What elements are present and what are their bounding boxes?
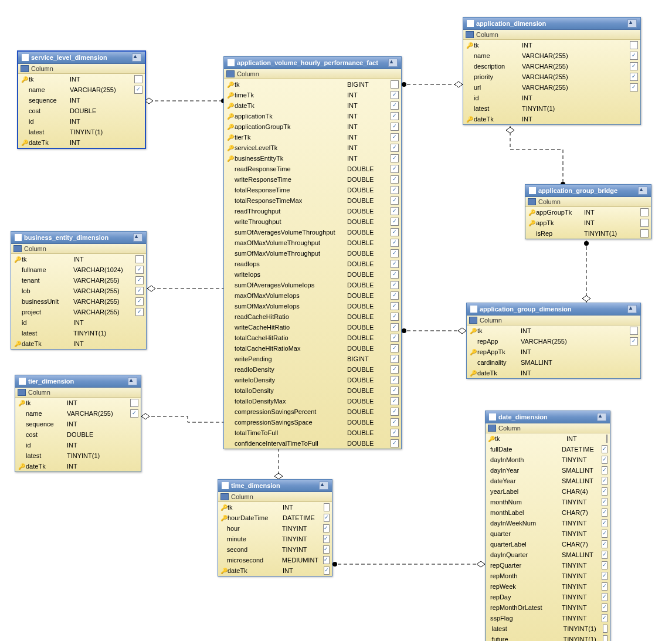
table-row[interactable]: repQuarterTINYINT✓ bbox=[486, 560, 610, 571]
checkbox[interactable]: ✓ bbox=[391, 218, 399, 226]
table-row[interactable]: 🔑dateTkINT bbox=[11, 338, 146, 349]
checkbox[interactable]: ✓ bbox=[391, 165, 399, 173]
checkbox[interactable] bbox=[134, 75, 142, 83]
checkbox[interactable]: ✓ bbox=[630, 83, 638, 91]
table-row[interactable]: compressionSavingsSpaceDOUBLE✓ bbox=[224, 417, 401, 428]
table-row[interactable]: urlVARCHAR(255)✓ bbox=[463, 82, 640, 93]
checkbox[interactable]: ✓ bbox=[134, 86, 142, 94]
table-row[interactable]: 🔑tkINT bbox=[18, 74, 145, 84]
checkbox[interactable]: ✓ bbox=[135, 308, 144, 316]
table-row[interactable]: repWeekTINYINT✓ bbox=[486, 581, 610, 592]
checkbox[interactable]: ✓ bbox=[391, 186, 399, 194]
checkbox[interactable] bbox=[603, 635, 607, 641]
checkbox[interactable]: ✓ bbox=[602, 540, 607, 548]
checkbox[interactable] bbox=[630, 327, 638, 335]
checkbox[interactable]: ✓ bbox=[391, 397, 399, 405]
checkbox[interactable]: ✓ bbox=[391, 207, 399, 215]
collapse-icon[interactable] bbox=[638, 186, 647, 195]
checkbox[interactable]: ✓ bbox=[602, 572, 607, 580]
table-row[interactable]: descriptionVARCHAR(255)✓ bbox=[463, 61, 640, 72]
table-row[interactable]: idINT bbox=[463, 93, 640, 103]
table-row[interactable]: repMonthOrLatestTINYINT✓ bbox=[486, 602, 610, 613]
collapse-icon[interactable] bbox=[597, 413, 606, 421]
checkbox[interactable]: ✓ bbox=[323, 556, 330, 564]
table-time_dimension[interactable]: time_dimensionColumn🔑tkINT🔑hourDateTimeD… bbox=[218, 479, 332, 576]
table-row[interactable]: idINT bbox=[11, 317, 146, 328]
checkbox[interactable]: ✓ bbox=[602, 487, 607, 496]
table-business_entity_dimension[interactable]: business_entity_dimensionColumn🔑tkINTful… bbox=[11, 231, 147, 350]
table-application_volume_hourly_performance_fact[interactable]: application_volume_hourly_performance_fa… bbox=[223, 56, 402, 449]
table-title[interactable]: time_dimension bbox=[218, 480, 332, 492]
collapse-icon[interactable] bbox=[627, 305, 637, 313]
checkbox[interactable]: ✓ bbox=[602, 603, 607, 612]
table-row[interactable]: 🔑tkINT bbox=[11, 254, 146, 264]
table-row[interactable]: dayInYearSMALLINT✓ bbox=[486, 465, 610, 476]
checkbox[interactable]: ✓ bbox=[602, 519, 607, 527]
table-row[interactable]: 🔑applicationTkINT✓ bbox=[224, 111, 401, 121]
checkbox[interactable]: ✓ bbox=[391, 112, 399, 120]
table-row[interactable]: totalIoDensityMaxDOUBLE✓ bbox=[224, 396, 401, 406]
table-row[interactable]: writeResponseTimeDOUBLE✓ bbox=[224, 174, 401, 185]
table-row[interactable]: 🔑applicationGroupTkINT✓ bbox=[224, 121, 401, 132]
checkbox[interactable] bbox=[130, 399, 138, 407]
checkbox[interactable]: ✓ bbox=[135, 266, 144, 274]
table-row[interactable]: sequenceINT bbox=[15, 419, 141, 429]
table-row[interactable]: latestTINYINT(1) bbox=[18, 127, 145, 137]
table-row[interactable]: writeIoDensityDOUBLE✓ bbox=[224, 375, 401, 385]
checkbox[interactable] bbox=[391, 80, 399, 89]
table-row[interactable]: latestTINYINT(1) bbox=[15, 450, 141, 461]
checkbox[interactable] bbox=[603, 625, 607, 633]
checkbox[interactable]: ✓ bbox=[391, 386, 399, 395]
table-row[interactable]: repDayTINYINT✓ bbox=[486, 592, 610, 602]
table-row[interactable]: repAppVARCHAR(255)✓ bbox=[467, 336, 640, 347]
checkbox[interactable]: ✓ bbox=[602, 477, 607, 485]
table-row[interactable]: readIoDensityDOUBLE✓ bbox=[224, 364, 401, 375]
checkbox[interactable]: ✓ bbox=[391, 291, 399, 300]
table-row[interactable]: secondTINYINT✓ bbox=[218, 544, 332, 555]
table-row[interactable]: writeThroughputDOUBLE✓ bbox=[224, 216, 401, 227]
table-row[interactable]: quarterTINYINT✓ bbox=[486, 528, 610, 539]
table-application_dimension[interactable]: application_dimensionColumn🔑tkINTnameVAR… bbox=[463, 17, 641, 125]
table-row[interactable]: 🔑tierTkINT✓ bbox=[224, 132, 401, 143]
table-title[interactable]: tier_dimension bbox=[15, 375, 141, 388]
table-row[interactable]: costDOUBLE bbox=[18, 106, 145, 116]
table-row[interactable]: readThroughputDOUBLE✓ bbox=[224, 206, 401, 216]
table-row[interactable]: quarterLabelCHAR(7)✓ bbox=[486, 539, 610, 550]
checkbox[interactable] bbox=[640, 208, 649, 216]
table-row[interactable]: latestTINYINT(1) bbox=[463, 103, 640, 114]
checkbox[interactable]: ✓ bbox=[391, 429, 399, 437]
table-row[interactable]: projectVARCHAR(255)✓ bbox=[11, 307, 146, 317]
checkbox[interactable]: ✓ bbox=[602, 508, 607, 517]
table-row[interactable]: businessUnitVARCHAR(255)✓ bbox=[11, 296, 146, 307]
table-row[interactable]: totalIoDensityDOUBLE✓ bbox=[224, 385, 401, 396]
table-row[interactable]: dayInQuarterSMALLINT✓ bbox=[486, 550, 610, 560]
checkbox[interactable]: ✓ bbox=[324, 514, 330, 522]
table-row[interactable]: writePendingBIGINT✓ bbox=[224, 354, 401, 364]
checkbox[interactable]: ✓ bbox=[323, 524, 330, 533]
table-row[interactable]: monthNumTINYINT✓ bbox=[486, 497, 610, 507]
table-row[interactable]: 🔑dateTkINT✓ bbox=[218, 565, 332, 576]
table-row[interactable]: dateYearSMALLINT✓ bbox=[486, 476, 610, 486]
checkbox[interactable]: ✓ bbox=[602, 551, 607, 559]
table-date_dimension[interactable]: date_dimensionColumn🔑tkINTfullDateDATETI… bbox=[485, 411, 610, 641]
table-title[interactable]: business_entity_dimension bbox=[11, 232, 146, 244]
checkbox[interactable]: ✓ bbox=[135, 276, 144, 284]
checkbox[interactable]: ✓ bbox=[630, 73, 638, 81]
checkbox[interactable]: ✓ bbox=[602, 593, 607, 601]
checkbox[interactable] bbox=[630, 41, 638, 49]
table-row[interactable]: 🔑dateTkINT bbox=[463, 114, 640, 124]
checkbox[interactable]: ✓ bbox=[391, 175, 399, 184]
table-title[interactable]: application_group_bridge bbox=[525, 185, 651, 197]
table-row[interactable]: totalCacheHitRatioDOUBLE✓ bbox=[224, 333, 401, 343]
table-row[interactable]: totalResponseTimeMaxDOUBLE✓ bbox=[224, 195, 401, 206]
checkbox[interactable]: ✓ bbox=[391, 133, 399, 141]
collapse-icon[interactable] bbox=[128, 377, 137, 385]
table-row[interactable]: 🔑dateTkINT bbox=[15, 461, 141, 472]
checkbox[interactable]: ✓ bbox=[391, 334, 399, 342]
table-row[interactable]: nameVARCHAR(255)✓ bbox=[18, 84, 145, 95]
checkbox[interactable] bbox=[640, 229, 649, 238]
table-row[interactable]: readCacheHitRatioDOUBLE✓ bbox=[224, 311, 401, 322]
table-row[interactable]: idINT bbox=[15, 440, 141, 450]
checkbox[interactable]: ✓ bbox=[391, 439, 399, 447]
checkbox[interactable]: ✓ bbox=[391, 154, 399, 162]
